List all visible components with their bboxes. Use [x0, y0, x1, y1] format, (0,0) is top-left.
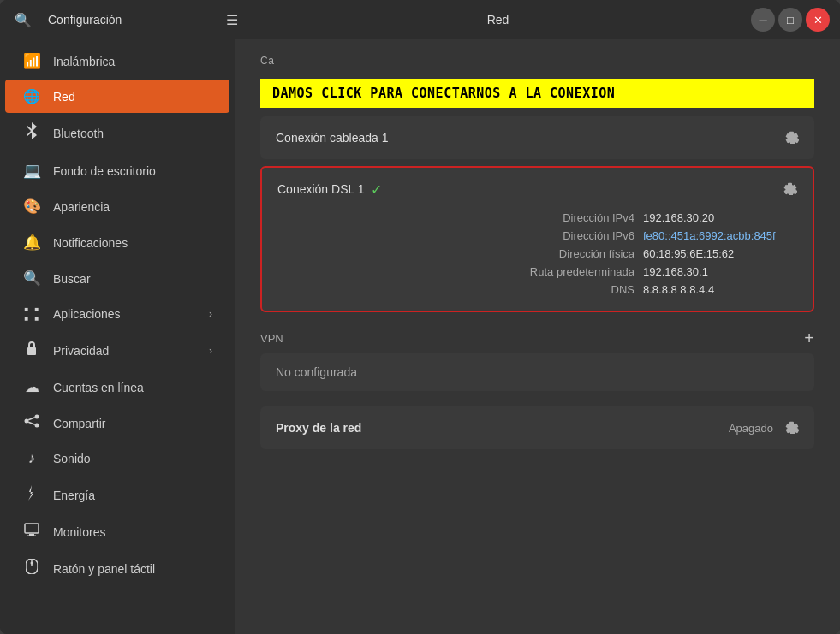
- svg-line-5: [28, 422, 35, 424]
- sidebar-item-raton[interactable]: Ratón y panel táctil: [5, 550, 229, 587]
- content-area: Ca DAMOS CLICK PARA CONECTARNOS A LA CON…: [235, 39, 840, 634]
- vpn-status-card: No configurada: [260, 353, 814, 391]
- dsl-title: Conexión DSL 1 ✓: [277, 181, 382, 198]
- sidebar-item-fondo[interactable]: 💻 Fondo de escritorio: [5, 153, 229, 188]
- menu-icon: ☰: [226, 12, 238, 28]
- sidebar-item-privacidad[interactable]: Privacidad ›: [5, 332, 229, 369]
- menu-button[interactable]: ☰: [219, 7, 245, 33]
- power-icon: [22, 485, 41, 505]
- window-title: Red: [245, 13, 751, 27]
- proxy-card: Proxy de la red Apagado: [260, 406, 814, 449]
- sidebar-item-energia[interactable]: Energía: [5, 477, 229, 513]
- apps-icon: ■■■■: [22, 305, 41, 323]
- vpn-section: VPN + No configurada: [260, 328, 814, 391]
- detail-row-ipv6: Dirección IPv6 fe80::451a:6992:acbb:845f: [277, 227, 797, 245]
- sidebar-item-cuentas[interactable]: ☁ Cuentas en línea: [5, 370, 229, 405]
- svg-point-1: [25, 419, 29, 424]
- proxy-section: Proxy de la red Apagado: [260, 406, 814, 449]
- gateway-value: 192.168.30.1: [643, 265, 797, 278]
- sidebar-item-label: Aplicaciones: [53, 307, 121, 321]
- sidebar-item-bluetooth[interactable]: Bluetooth: [5, 114, 229, 152]
- detail-row-ipv4: Dirección IPv4 192.168.30.20: [277, 209, 797, 227]
- search-icon-sidebar: 🔍: [22, 270, 41, 287]
- bell-icon: 🔔: [22, 234, 41, 252]
- svg-rect-0: [27, 347, 36, 355]
- minimize-button[interactable]: ─: [751, 8, 775, 32]
- dsl-details: Dirección IPv4 192.168.30.20 Dirección I…: [262, 205, 813, 311]
- main-layout: 📶 Inalámbrica 🌐 Red Bluetooth 💻 Fondo de…: [0, 39, 840, 634]
- section-label: Ca: [260, 55, 814, 67]
- network-icon: 🌐: [22, 88, 41, 104]
- sidebar: 📶 Inalámbrica 🌐 Red Bluetooth 💻 Fondo de…: [0, 39, 235, 634]
- sound-icon: ♪: [22, 450, 41, 467]
- sidebar-item-red[interactable]: 🌐 Red: [5, 80, 229, 113]
- wired-connection-name: Conexión cableada 1: [276, 131, 389, 145]
- svg-rect-8: [27, 536, 36, 537]
- vpn-label: VPN: [260, 332, 283, 345]
- share-icon: [22, 414, 41, 432]
- mouse-icon: [22, 559, 41, 578]
- svg-rect-6: [25, 524, 39, 533]
- app-window: 🔍 Configuración ☰ Red ─ □ ✕ 📶 Inalá: [0, 0, 840, 634]
- sidebar-item-label: Buscar: [53, 272, 91, 286]
- sidebar-item-label: Compartir: [53, 417, 105, 430]
- dns-value: 8.8.8.8 8.8.4.4: [643, 283, 797, 296]
- detail-row-gateway: Ruta predeterminada 192.168.30.1: [277, 263, 797, 281]
- ipv4-value: 192.168.30.20: [643, 211, 797, 224]
- wired-settings-gear-icon[interactable]: [783, 128, 799, 147]
- dsl-connection-name: Conexión DSL 1: [277, 182, 364, 196]
- dsl-connection-card[interactable]: Conexión DSL 1 ✓ Dirección IPv4 192.168.…: [260, 166, 814, 312]
- sidebar-item-buscar[interactable]: 🔍 Buscar: [5, 261, 229, 296]
- minimize-icon: ─: [759, 14, 766, 27]
- detail-row-dns: DNS 8.8.8.8 8.8.4.4: [277, 281, 797, 299]
- vpn-header: VPN +: [260, 328, 814, 353]
- monitor-icon: [22, 523, 41, 541]
- maximize-button[interactable]: □: [778, 8, 802, 32]
- sidebar-item-compartir[interactable]: Compartir: [5, 406, 229, 441]
- sidebar-item-aplicaciones[interactable]: ■■■■ Aplicaciones ›: [5, 297, 229, 331]
- search-button[interactable]: 🔍: [10, 7, 36, 33]
- proxy-settings-gear-icon[interactable]: [783, 418, 799, 437]
- appearance-icon: 🎨: [22, 198, 41, 216]
- mac-label: Dirección física: [559, 247, 634, 260]
- svg-point-10: [31, 562, 33, 565]
- sidebar-item-label: Energía: [53, 489, 95, 502]
- sidebar-item-apariencia[interactable]: 🎨 Apariencia: [5, 189, 229, 224]
- sidebar-item-notificaciones[interactable]: 🔔 Notificaciones: [5, 225, 229, 260]
- cloud-icon: ☁: [22, 378, 41, 396]
- mac-value: 60:18:95:6E:15:62: [643, 247, 797, 260]
- vpn-add-button[interactable]: +: [804, 329, 814, 347]
- wired-connection-row: Conexión cableada 1: [260, 116, 814, 159]
- sidebar-item-label: Notificaciones: [53, 236, 128, 250]
- sidebar-item-inalambrica[interactable]: 📶 Inalámbrica: [5, 44, 229, 79]
- desktop-icon: 💻: [22, 162, 41, 180]
- annotation-banner: DAMOS CLICK PARA CONECTARNOS A LA CONEXI…: [260, 79, 814, 108]
- search-icon: 🔍: [15, 12, 32, 28]
- detail-row-mac: Dirección física 60:18:95:6E:15:62: [277, 245, 797, 263]
- sidebar-item-sonido[interactable]: ♪ Sonido: [5, 441, 229, 476]
- connected-checkmark-icon: ✓: [371, 181, 382, 198]
- sidebar-item-label: Ratón y panel táctil: [53, 562, 155, 576]
- ipv6-value: fe80::451a:6992:acbb:845f: [643, 229, 797, 242]
- proxy-right: Apagado: [729, 418, 799, 437]
- titlebar: 🔍 Configuración ☰ Red ─ □ ✕: [0, 0, 840, 39]
- sidebar-item-label: Red: [53, 90, 75, 104]
- sidebar-item-label: Privacidad: [53, 344, 109, 358]
- sidebar-item-label: Apariencia: [53, 200, 110, 214]
- maximize-icon: □: [787, 14, 794, 27]
- proxy-status: Apagado: [729, 422, 773, 435]
- lock-icon: [22, 341, 41, 360]
- window-controls: ─ □ ✕: [751, 8, 830, 32]
- close-button[interactable]: ✕: [806, 8, 830, 32]
- dsl-settings-gear-icon[interactable]: [782, 180, 797, 198]
- app-title: Configuración: [48, 13, 122, 27]
- wired-connection-card[interactable]: Conexión cableada 1: [260, 116, 814, 159]
- bluetooth-icon: [22, 122, 41, 144]
- sidebar-item-label: Cuentas en línea: [53, 381, 144, 394]
- sidebar-item-label: Fondo de escritorio: [53, 164, 156, 178]
- ipv6-label: Dirección IPv6: [563, 229, 634, 242]
- gateway-label: Ruta predeterminada: [530, 265, 634, 278]
- svg-point-3: [35, 424, 39, 428]
- sidebar-item-label: Bluetooth: [53, 127, 104, 140]
- sidebar-item-monitores[interactable]: Monitores: [5, 514, 229, 549]
